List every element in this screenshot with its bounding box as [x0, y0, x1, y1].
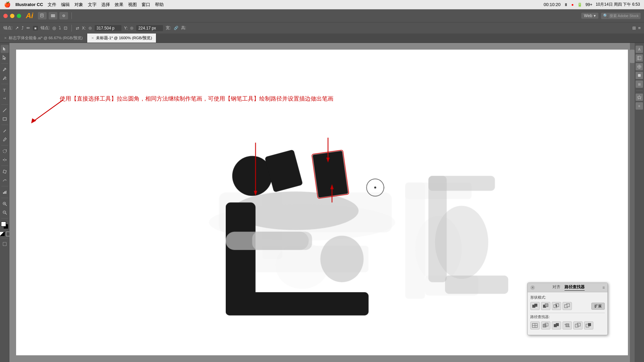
object-menu[interactable]: 对象 — [74, 2, 83, 8]
rectangle-tool[interactable] — [1, 115, 9, 123]
divide-btn[interactable] — [530, 321, 540, 329]
text-menu[interactable]: 文字 — [88, 2, 97, 8]
svg-rect-69 — [545, 304, 548, 307]
expand-options-btn[interactable]: ≡ — [638, 25, 641, 31]
zoom-out-tool[interactable] — [1, 208, 9, 217]
select-menu[interactable]: 选择 — [101, 2, 110, 8]
scroll-thumb[interactable] — [630, 50, 635, 63]
tab-1-close[interactable]: ✕ — [4, 36, 7, 40]
tool-sep-6 — [1, 166, 8, 166]
panel-close-btn[interactable]: × — [530, 285, 535, 290]
app-name-menu[interactable]: Illustrator CC — [15, 2, 43, 7]
outline-btn[interactable] — [573, 321, 583, 329]
tab-1[interactable]: ✕ 标志字体全能备.ai* @ 66.67% (RGB/预览) — [0, 34, 87, 43]
svg-rect-87 — [575, 324, 578, 327]
right-panel: A ⊞ ≡ — [635, 43, 644, 362]
svg-text:T: T — [3, 97, 7, 100]
align-tab[interactable]: 对齐 — [552, 284, 560, 291]
anchor-convert-btn[interactable]: ◎ — [52, 25, 56, 31]
vertical-scrollbar[interactable] — [630, 43, 635, 362]
canvas-area[interactable]: 使用【直接选择工具】拉出圆角，相同方法继续制作笔画，可使用【钢笔工具】绘制路径并… — [9, 43, 635, 362]
tool-sep-7 — [1, 186, 8, 186]
show-handles-btn[interactable]: ⊡ — [64, 25, 67, 31]
panel-btn-5[interactable]: ⊞ — [636, 80, 643, 88]
tool-sep-8 — [1, 198, 8, 198]
type-tool[interactable]: T — [1, 86, 9, 94]
pathfinder-tab[interactable]: 路径查找器 — [565, 284, 585, 291]
panel-btn-1[interactable]: A — [636, 46, 643, 53]
graph-tool[interactable] — [1, 188, 9, 196]
pen-tool-btn[interactable]: ✏ — [26, 25, 30, 31]
svg-point-7 — [63, 15, 64, 16]
pencil-tool[interactable] — [1, 127, 9, 135]
minus-back-btn[interactable] — [584, 321, 593, 329]
effect-menu[interactable]: 效果 — [115, 2, 123, 8]
add-anchor-tool[interactable]: + — [1, 74, 9, 82]
rotate-tool[interactable] — [1, 147, 9, 155]
tab-2-close[interactable]: ✕ — [91, 36, 94, 40]
x-value[interactable]: 317.504 p — [95, 25, 121, 31]
svg-rect-83 — [556, 324, 557, 326]
maximize-window-btn[interactable] — [17, 14, 21, 18]
help-menu[interactable]: 帮助 — [155, 2, 164, 8]
anchor-mode-btn[interactable]: ■ — [33, 26, 38, 31]
reflect-tool[interactable] — [1, 156, 9, 164]
panel-menu-icon[interactable]: ≡ — [602, 285, 605, 290]
panel-toggle-btn[interactable] — [49, 12, 57, 19]
svg-line-14 — [3, 109, 6, 112]
brush-tool[interactable] — [1, 135, 9, 143]
view-menu[interactable]: 视图 — [128, 2, 137, 8]
exclude-btn[interactable] — [562, 302, 572, 310]
svg-rect-22 — [3, 192, 4, 194]
smooth-anchor-btn[interactable]: ⤴ — [21, 25, 24, 31]
svg-line-10 — [5, 68, 6, 69]
minus-front-btn[interactable] — [541, 302, 550, 310]
new-doc-btn[interactable] — [38, 12, 47, 19]
trim-btn[interactable] — [541, 321, 550, 329]
close-window-btn[interactable] — [3, 14, 8, 18]
apple-menu[interactable]: 🍎 — [4, 1, 11, 8]
zoom-in-tool[interactable] — [1, 200, 9, 208]
panel-btn-3[interactable] — [636, 63, 643, 70]
w-label: 宽: — [166, 25, 171, 31]
artboard-tool[interactable] — [1, 240, 9, 248]
selection-tool[interactable] — [1, 45, 9, 53]
svg-point-49 — [320, 236, 364, 282]
panel-divider — [530, 313, 605, 313]
align-options-btn[interactable]: ⊞ — [632, 25, 636, 31]
panel-btn-2[interactable] — [636, 54, 643, 62]
svg-marker-19 — [3, 159, 4, 161]
panel-btn-4[interactable] — [636, 72, 643, 79]
line-tool[interactable] — [1, 106, 9, 114]
tab-2-label: 未标题-1* @ 1600% (RGB/预览) — [96, 36, 152, 41]
window-menu[interactable]: 窗口 — [142, 2, 150, 8]
type-vertical-tool[interactable]: T — [1, 95, 9, 103]
expand-btn[interactable]: 扩展 — [591, 303, 605, 310]
svg-rect-32 — [3, 242, 6, 246]
fill-stroke-color[interactable] — [1, 222, 8, 229]
panel-btn-6[interactable] — [636, 94, 643, 101]
anchor-point-label: 锚点: — [3, 25, 12, 31]
view-options-btn[interactable] — [59, 12, 68, 19]
color-mode-btn[interactable] — [0, 232, 5, 236]
panel-btn-7[interactable]: ≡ — [636, 102, 643, 110]
merge-btn[interactable] — [552, 321, 561, 329]
unite-btn[interactable] — [530, 302, 540, 310]
intersect-btn[interactable] — [552, 302, 561, 310]
svg-rect-23 — [4, 191, 5, 194]
y-value[interactable]: 224.17 px — [136, 25, 163, 31]
transform-tool[interactable] — [1, 168, 9, 176]
date-display: 10月14日 周四 下午 6:53 — [596, 2, 640, 7]
crop-btn[interactable] — [562, 321, 572, 329]
tool-sep-10 — [1, 238, 8, 238]
edit-menu[interactable]: 编辑 — [61, 2, 70, 8]
direct-selection-tool[interactable] — [1, 54, 9, 62]
anchor-smooth-btn[interactable]: ⤵ — [59, 25, 61, 31]
workspace-dropdown[interactable]: Web ▾ — [581, 13, 598, 19]
file-menu[interactable]: 文件 — [48, 2, 56, 8]
pen-tool[interactable] — [1, 65, 9, 73]
tab-2[interactable]: ✕ 未标题-1* @ 1600% (RGB/预览) — [87, 34, 157, 43]
minimize-window-btn[interactable] — [10, 14, 14, 18]
convert-corner-btn[interactable]: ↗ — [15, 25, 19, 31]
warp-tool[interactable] — [1, 176, 9, 184]
